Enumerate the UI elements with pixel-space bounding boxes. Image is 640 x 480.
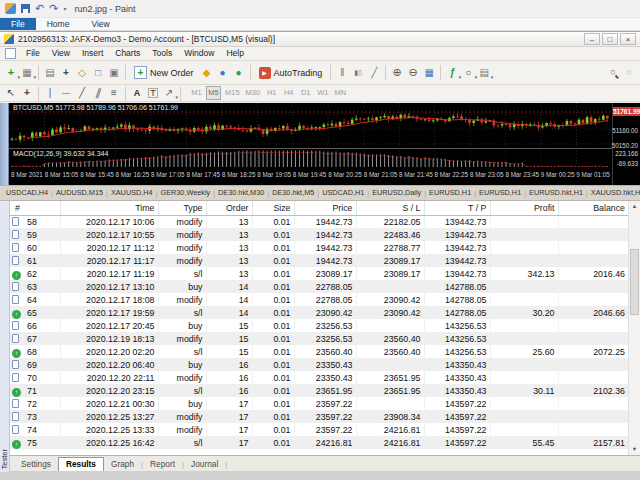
timeframe-h4[interactable]: H4 (281, 86, 296, 100)
table-row[interactable]: 642020.12.17 18:08modify140.0122788.0523… (10, 293, 628, 306)
table-row[interactable]: 622020.12.17 11:19s/l130.0123089.1723089… (10, 267, 628, 280)
timeframe-m5[interactable]: M5 (206, 86, 221, 100)
menu-insert[interactable]: Insert (76, 47, 109, 60)
timeframe-mn[interactable]: MN (332, 86, 348, 100)
new-order-button[interactable]: New Order (129, 64, 199, 82)
tester-tab-journal[interactable]: Journal (184, 456, 225, 472)
market-watch-icon[interactable] (42, 65, 58, 81)
table-row[interactable]: 752020.12.25 16:42s/l170.0124216.8124216… (10, 436, 628, 449)
close-button[interactable]: × (620, 33, 636, 45)
fibo-icon[interactable] (106, 85, 122, 101)
menu-tools[interactable]: Tools (146, 47, 178, 60)
chart-tab[interactable]: EURUSD,Daily (369, 186, 424, 200)
column-header-number[interactable]: # (10, 201, 60, 215)
column-header-tp[interactable]: T / P (424, 201, 490, 215)
table-row[interactable]: 652020.12.17 19:59s/l140.0123090.4223090… (10, 306, 628, 319)
table-row[interactable]: 702020.12.20 22:11modify160.0123350.4323… (10, 371, 628, 384)
channel-icon[interactable] (90, 85, 106, 101)
new-chart-icon[interactable] (3, 65, 19, 81)
quick-access-caret-icon[interactable]: ▾ (63, 5, 66, 12)
bars-icon[interactable] (334, 65, 350, 81)
undo-icon[interactable]: ↶ (35, 3, 44, 14)
column-header-order[interactable]: Order (206, 201, 252, 215)
results-scrollbar[interactable]: ▲ ▼ (628, 201, 640, 455)
search-icon[interactable] (605, 65, 621, 81)
line-icon[interactable] (366, 65, 382, 81)
vline-icon[interactable] (42, 85, 58, 101)
chart-tab[interactable]: EURUSD,H1 (426, 186, 474, 200)
tab-home[interactable]: Home (36, 18, 81, 30)
periods-icon[interactable] (460, 65, 476, 81)
profiles-icon[interactable] (19, 65, 35, 81)
zoom-out-icon[interactable] (405, 65, 421, 81)
deposit-icon[interactable] (199, 65, 215, 81)
table-row[interactable]: 612020.12.17 11:17modify130.0119442.7323… (10, 254, 628, 267)
scroll-up-icon[interactable]: ▲ (629, 201, 640, 212)
maximize-button[interactable]: □ (602, 33, 618, 45)
table-row[interactable]: 592020.12.17 10:55modify130.0119442.7322… (10, 228, 628, 241)
settings-icon[interactable] (621, 65, 637, 81)
chart-tab[interactable]: USDCAD,H1 (319, 186, 367, 200)
tester-tab-report[interactable]: Report (143, 456, 182, 472)
menu-view[interactable]: View (46, 47, 76, 60)
chart-tab[interactable]: DE30.hkt,M5 (269, 186, 317, 200)
shapes-icon[interactable] (161, 85, 177, 101)
table-row[interactable]: 672020.12.19 18:13modify150.0123256.5323… (10, 332, 628, 345)
account-icon[interactable] (215, 65, 231, 81)
tester-tab-graph[interactable]: Graph (104, 456, 141, 472)
column-header-profit[interactable]: Profit (490, 201, 558, 215)
save-icon[interactable] (21, 4, 30, 13)
community-icon[interactable] (231, 65, 247, 81)
timeframe-m30[interactable]: M30 (244, 86, 263, 100)
table-row[interactable]: 692020.12.20 06:40buy160.0123350.4314335… (10, 358, 628, 371)
zoom-box-icon[interactable] (106, 65, 122, 81)
tab-view[interactable]: View (80, 18, 120, 30)
window-icon[interactable] (90, 65, 106, 81)
scrollbar-thumb[interactable] (630, 249, 639, 315)
chart-area[interactable]: BTCUSD,M5 51773.98 51789.96 51706.06 517… (0, 103, 640, 185)
label-icon[interactable] (145, 85, 161, 101)
timeframe-h1[interactable]: H1 (264, 86, 279, 100)
scroll-down-icon[interactable]: ▼ (629, 444, 640, 455)
table-row[interactable]: 632020.12.17 13:10buy140.0122788.0514278… (10, 280, 628, 293)
cursor-icon[interactable] (3, 85, 19, 101)
menu-charts[interactable]: Charts (109, 47, 146, 60)
table-row[interactable]: 682020.12.20 02:20s/l150.0123560.4023560… (10, 345, 628, 358)
table-row[interactable]: 742020.12.25 13:33modify170.0123597.2224… (10, 423, 628, 436)
paint-logo-icon[interactable] (5, 3, 16, 14)
chart-tab[interactable]: XAUUSD.hkt,H4 (588, 186, 640, 200)
crosshair2-icon[interactable] (19, 85, 35, 101)
chart-tab[interactable]: USDCAD,H4 (3, 186, 51, 200)
column-header-price[interactable]: Price (294, 201, 356, 215)
timeframe-m1[interactable]: M1 (189, 86, 204, 100)
table-row[interactable]: 722020.12.21 00:30buy170.0123597.2214359… (10, 397, 628, 410)
timeframe-d1[interactable]: D1 (298, 86, 313, 100)
objects-icon[interactable] (74, 65, 90, 81)
tester-panel-edge[interactable]: Tester (0, 201, 10, 472)
table-row[interactable]: 582020.12.17 10:06modify130.0119442.7322… (10, 215, 628, 228)
chart-tab[interactable]: GER30,Weekly (157, 186, 213, 200)
chart-tab[interactable]: AUDUSD,M15 (53, 186, 106, 200)
timeframe-m15[interactable]: M15 (223, 86, 242, 100)
column-header-time[interactable]: Time (60, 201, 158, 215)
candlestick-chart[interactable] (9, 103, 612, 169)
redo-icon[interactable]: ↷ (49, 3, 58, 14)
indicators-icon[interactable] (444, 65, 460, 81)
menu-help[interactable]: Help (220, 47, 249, 60)
tile-icon[interactable] (421, 65, 437, 81)
table-row[interactable]: 712020.12.20 23:15s/l160.0123651.9523651… (10, 384, 628, 397)
column-header-type[interactable]: Type (158, 201, 206, 215)
timeframe-w1[interactable]: W1 (315, 86, 330, 100)
autotrading-button[interactable]: AutoTrading (254, 64, 328, 82)
candles-icon[interactable] (350, 65, 366, 81)
tester-tab-settings[interactable]: Settings (14, 456, 58, 472)
column-header-sl[interactable]: S / L (356, 201, 424, 215)
column-header-balance[interactable]: Balance (558, 201, 628, 215)
menu-window[interactable]: Window (178, 47, 220, 60)
templates-icon[interactable] (476, 65, 492, 81)
chart-tab[interactable]: EURUSD.hkt,H1 (526, 186, 586, 200)
chart-tab[interactable]: XAUUSD,H4 (108, 186, 156, 200)
chart-tab[interactable]: EURUSD,H1 (476, 186, 524, 200)
zoom-in-icon[interactable] (389, 65, 405, 81)
table-row[interactable]: 732020.12.25 13:27modify170.0123597.2223… (10, 410, 628, 423)
